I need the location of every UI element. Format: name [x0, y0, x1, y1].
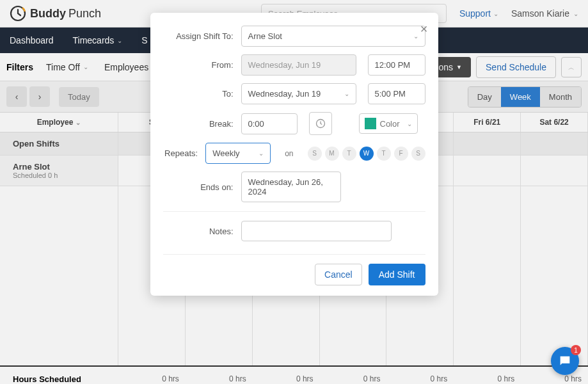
color-swatch	[365, 118, 376, 129]
notes-label: Notes:	[163, 227, 234, 236]
chevron-down-icon: ⌄	[407, 120, 412, 127]
break-input[interactable]: 0:00	[241, 113, 298, 134]
clock-icon	[315, 118, 326, 129]
repeats-select[interactable]: Weekly⌄	[205, 143, 271, 164]
chat-launcher[interactable]: 1	[551, 347, 579, 375]
day-thu[interactable]: T	[377, 147, 391, 161]
repeats-label: Repeats:	[163, 148, 198, 158]
on-label: on	[285, 149, 293, 158]
color-select[interactable]: Color ⌄	[359, 113, 418, 134]
cancel-button[interactable]: Cancel	[315, 264, 362, 285]
close-button[interactable]: ×	[420, 22, 428, 36]
day-mon[interactable]: M	[325, 147, 339, 161]
day-fri[interactable]: F	[394, 147, 408, 161]
ends-label: Ends on:	[163, 182, 234, 192]
ends-date-input[interactable]: Wednesday, Jun 26, 2024	[241, 172, 341, 202]
day-sat[interactable]: S	[411, 147, 425, 161]
to-time-input[interactable]: 5:00 PM	[368, 83, 425, 104]
from-label: From:	[163, 60, 234, 70]
clock-button[interactable]	[309, 112, 332, 135]
notes-input[interactable]	[241, 221, 392, 241]
day-wed[interactable]: W	[360, 147, 374, 161]
chat-icon	[558, 354, 572, 368]
from-time-input[interactable]: 12:00 PM	[368, 54, 425, 76]
to-label: To:	[163, 89, 234, 99]
break-label: Break:	[163, 119, 234, 129]
weekday-group: S M T W T F S	[308, 147, 425, 161]
modal-footer: Cancel Add Shift	[163, 254, 425, 285]
day-sun[interactable]: S	[308, 147, 322, 161]
assign-label: Assign Shift To:	[163, 31, 234, 41]
modal-overlay[interactable]: × Assign Shift To: Arne Slot⌄ From: Wedn…	[0, 0, 588, 384]
chevron-down-icon: ⌄	[258, 150, 264, 157]
to-date-select[interactable]: Wednesday, Jun 19⌄	[241, 83, 356, 104]
chevron-down-icon: ⌄	[344, 90, 349, 97]
from-date-input[interactable]: Wednesday, Jun 19	[241, 54, 356, 76]
add-shift-button[interactable]: Add Shift	[369, 264, 425, 285]
day-tue[interactable]: T	[342, 147, 356, 161]
chat-badge: 1	[571, 345, 581, 355]
assign-select[interactable]: Arne Slot⌄	[241, 26, 425, 47]
chevron-down-icon: ⌄	[413, 33, 418, 40]
add-shift-modal: × Assign Shift To: Arne Slot⌄ From: Wedn…	[150, 13, 438, 296]
